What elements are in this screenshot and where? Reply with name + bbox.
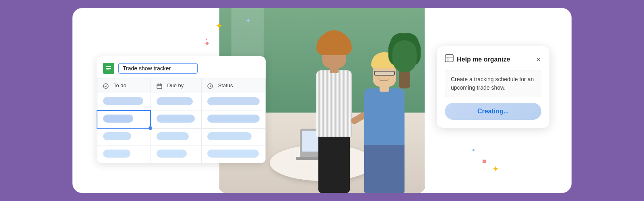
svg-rect-7 bbox=[445, 55, 453, 62]
pill bbox=[103, 97, 143, 105]
title-bar bbox=[97, 56, 266, 78]
calendar-icon bbox=[157, 83, 164, 89]
col-status-label: Status bbox=[218, 82, 233, 88]
dueby-cell-selected bbox=[151, 111, 202, 128]
main-content-area: ✦ ✦ ◆ bbox=[72, 8, 572, 193]
pill-selected bbox=[103, 115, 133, 123]
close-button[interactable]: × bbox=[535, 55, 541, 64]
prompt-text: Create a tracking schedule for an upcomi… bbox=[445, 70, 541, 97]
help-card-header: Help me organize × bbox=[445, 54, 541, 64]
dueby-cell bbox=[151, 128, 202, 146]
pill bbox=[157, 115, 195, 123]
todo-cell-selected bbox=[97, 111, 151, 128]
status-cell bbox=[202, 128, 266, 146]
help-me-organize-card: Help me organize × Create a tracking sch… bbox=[437, 46, 549, 128]
help-card-title-group: Help me organize bbox=[445, 54, 510, 64]
pill bbox=[207, 150, 259, 158]
pill bbox=[207, 115, 260, 123]
table-icon bbox=[445, 54, 454, 64]
pill bbox=[157, 97, 193, 105]
blue-dot-icon: ● bbox=[472, 147, 475, 153]
todo-cell bbox=[97, 128, 151, 146]
col-header-status: Status bbox=[202, 78, 266, 93]
todo-cell bbox=[97, 146, 151, 163]
col-header-dueby: Due by bbox=[151, 78, 202, 93]
svg-point-4 bbox=[103, 84, 108, 88]
spreadsheet-card: To do Due by bbox=[97, 56, 266, 163]
pill bbox=[103, 150, 130, 158]
help-card-title: Help me organize bbox=[457, 56, 510, 63]
svg-rect-5 bbox=[157, 84, 162, 89]
pill bbox=[157, 150, 187, 158]
status-cell-selected bbox=[202, 111, 266, 128]
table-row-selected bbox=[97, 111, 266, 128]
svg-rect-3 bbox=[106, 70, 109, 70]
status-cell bbox=[202, 93, 266, 111]
resize-handle bbox=[149, 126, 152, 130]
svg-rect-2 bbox=[106, 68, 111, 69]
pill bbox=[103, 132, 131, 140]
pill bbox=[207, 97, 260, 105]
svg-rect-1 bbox=[106, 66, 111, 67]
table-row bbox=[97, 93, 266, 111]
sheets-icon bbox=[103, 63, 114, 74]
creating-button[interactable]: Creating... bbox=[445, 103, 541, 120]
pink-dot-icon: ● bbox=[205, 37, 208, 41]
pill bbox=[207, 132, 252, 140]
clock-icon bbox=[207, 83, 215, 89]
pink-diamond-icon: ◆ bbox=[480, 157, 489, 166]
gold-star-icon: ✦ bbox=[492, 164, 499, 174]
checkmark-circle-icon bbox=[103, 83, 110, 89]
spreadsheet-table: To do Due by bbox=[97, 78, 266, 163]
table-row bbox=[97, 146, 266, 163]
col-todo-label: To do bbox=[114, 82, 126, 88]
col-dueby-label: Due by bbox=[167, 82, 184, 88]
todo-cell bbox=[97, 93, 151, 111]
dueby-cell bbox=[151, 93, 202, 111]
gold-sparkle-icon: ✦ bbox=[215, 21, 223, 31]
dueby-cell bbox=[151, 146, 202, 163]
col-header-todo: To do bbox=[97, 78, 151, 93]
status-cell bbox=[202, 146, 266, 163]
pill bbox=[157, 132, 189, 140]
spreadsheet-title-input[interactable] bbox=[118, 63, 198, 74]
blue-sparkle-icon: ✦ bbox=[246, 17, 251, 25]
table-row bbox=[97, 128, 266, 146]
